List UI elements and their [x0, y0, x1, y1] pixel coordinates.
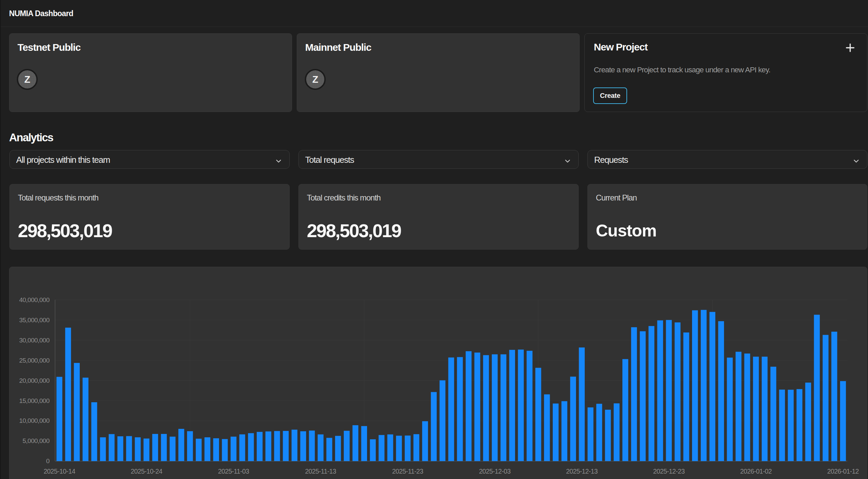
- svg-text:2025-11-03: 2025-11-03: [218, 468, 249, 475]
- svg-text:0: 0: [46, 457, 50, 465]
- svg-text:2026-01-12: 2026-01-12: [827, 468, 859, 475]
- svg-text:10,000,000: 10,000,000: [19, 417, 50, 424]
- svg-text:2025-11-13: 2025-11-13: [305, 468, 336, 475]
- svg-text:20,000,000: 20,000,000: [19, 377, 50, 384]
- svg-text:2025-12-13: 2025-12-13: [566, 468, 597, 475]
- svg-text:25,000,000: 25,000,000: [19, 357, 50, 364]
- svg-text:2026-01-02: 2026-01-02: [740, 468, 772, 475]
- svg-text:2025-11-23: 2025-11-23: [392, 468, 423, 475]
- svg-text:15,000,000: 15,000,000: [19, 397, 50, 404]
- svg-text:5,000,000: 5,000,000: [23, 437, 50, 444]
- svg-text:30,000,000: 30,000,000: [19, 337, 50, 344]
- svg-text:2025-12-03: 2025-12-03: [479, 468, 511, 475]
- svg-text:2025-10-14: 2025-10-14: [44, 468, 76, 475]
- svg-text:40,000,000: 40,000,000: [19, 296, 50, 304]
- svg-text:2025-12-23: 2025-12-23: [653, 468, 685, 475]
- svg-text:35,000,000: 35,000,000: [19, 317, 50, 324]
- svg-text:2025-10-24: 2025-10-24: [130, 468, 162, 475]
